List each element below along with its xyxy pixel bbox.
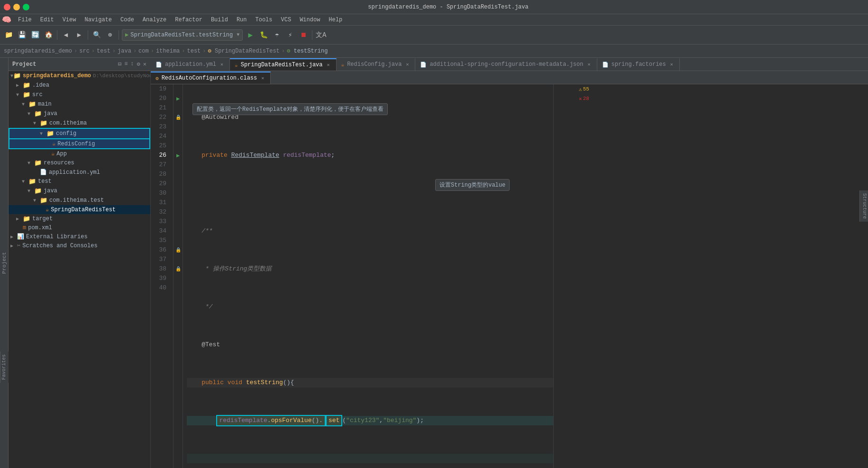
menu-navigate[interactable]: Navigate — [81, 16, 116, 24]
tree-idea[interactable]: ▶ 📁 .idea — [9, 81, 150, 90]
tree-redisconfig[interactable]: ☕ RedisConfig — [9, 139, 150, 149]
tree-pomxml[interactable]: m pom.xml — [9, 224, 150, 232]
menu-file[interactable]: File — [14, 16, 36, 24]
tree-scratches[interactable]: ▶ ✂ Scratches and Consoles — [9, 241, 150, 250]
tab-close-test[interactable]: ✕ — [326, 62, 331, 68]
tab-close-redisautoconfig[interactable]: ✕ — [260, 75, 265, 81]
run-config-name: SpringDataRedisTest.testString — [130, 32, 233, 38]
run-btn[interactable]: ▶ — [245, 29, 256, 41]
tree-root[interactable]: ▼ 📁 springdataredis_demo D:\desktop\stud… — [9, 71, 150, 81]
tree-external-libs[interactable]: ▶ 📊 External Libraries — [9, 232, 150, 241]
breadcrumb-test2[interactable]: test — [187, 48, 201, 54]
group-icon[interactable]: ≡ — [124, 61, 128, 68]
menu-code[interactable]: Code — [117, 16, 138, 24]
debug-btn[interactable]: 🐛 — [258, 29, 269, 41]
tree-app[interactable]: ☕ App — [9, 149, 150, 158]
tree-main-label: main — [38, 101, 52, 108]
breadcrumb-java[interactable]: java — [118, 48, 131, 54]
tree-main-java[interactable]: ▼ 📁 java — [9, 109, 150, 118]
tree-test[interactable]: ▼ 📁 test — [9, 177, 150, 186]
project-panel-tab[interactable]: Project — [0, 248, 8, 278]
code-lines: @Autowired private RedisTemplate redisTe… — [183, 84, 553, 468]
tree-springdataredistest[interactable]: ☕ SpringDataRedisTest — [9, 205, 150, 214]
structure-tab[interactable]: Structure — [859, 190, 868, 222]
tree-test-java[interactable]: ▼ 📁 java — [9, 186, 150, 196]
code-line-19: @Autowired — [187, 113, 553, 122]
tree-target[interactable]: ▶ 📁 target — [9, 214, 150, 224]
breadcrumb-method[interactable]: ⚙ testString — [287, 47, 328, 54]
menu-window[interactable]: Window — [296, 16, 324, 24]
profile-btn[interactable]: ⚡ — [284, 29, 296, 41]
breadcrumb-itheima[interactable]: itheima — [156, 48, 180, 54]
run-config-selector[interactable]: ▶ SpringDataRedisTest.testString ▼ — [122, 29, 243, 41]
line-num-20: 20 — [151, 94, 169, 103]
select-btn[interactable]: ⊕ — [104, 29, 116, 41]
tree-app-label: App — [56, 151, 67, 157]
menu-edit[interactable]: Edit — [37, 16, 58, 24]
menu-view[interactable]: View — [59, 16, 80, 24]
home-btn[interactable]: 🏠 — [43, 29, 54, 41]
menu-vcs[interactable]: VCS — [277, 16, 295, 24]
back-btn[interactable]: ◀ — [60, 29, 72, 41]
tree-config[interactable]: ▼ 📁 config — [9, 128, 150, 139]
tab-additional-metadata[interactable]: 📄 additional-spring-configuration-metada… — [415, 58, 597, 71]
forward-btn[interactable]: ▶ — [73, 29, 85, 41]
sep3 — [119, 30, 119, 40]
tab-redisconfig[interactable]: ☕ RedisConfig.java ✕ — [337, 58, 416, 71]
tab-spring-factories[interactable]: 📄 spring.factories ✕ — [597, 58, 680, 71]
tree-com-itheima-test[interactable]: ▼ 📁 com.itheima.test — [9, 196, 150, 205]
tree-com-itheima[interactable]: ▼ 📁 com.itheima — [9, 118, 150, 128]
menu-run[interactable]: Run — [233, 16, 251, 24]
tree-src-label: src — [32, 91, 43, 98]
file-tree-panel: Project ⊟ ≡ ↕ ⚙ ✕ ▼ 📁 springdataredis_de… — [9, 58, 151, 468]
save-btn[interactable]: 💾 — [16, 29, 27, 41]
settings-icon[interactable]: ⚙ — [137, 61, 140, 68]
window-max-btn[interactable] — [23, 4, 29, 10]
stop-btn[interactable]: ⏹ — [298, 29, 309, 41]
close-tree-icon[interactable]: ✕ — [143, 61, 146, 68]
tree-application-yml-label: application.yml — [49, 169, 100, 176]
menu-tools[interactable]: Tools — [252, 16, 276, 24]
search-everywhere-btn[interactable]: 🔍 — [91, 29, 102, 41]
tab-redisautoconfig[interactable]: ⚙ RedisAutoConfiguration.class ✕ — [151, 72, 271, 84]
tab-close-factories[interactable]: ✕ — [669, 61, 675, 68]
tree-src[interactable]: ▼ 📁 src — [9, 90, 150, 99]
line-num-34: 34 — [151, 226, 169, 236]
gutter-20[interactable]: ▶ — [174, 94, 183, 103]
window-close-btn[interactable] — [4, 4, 10, 10]
translate-btn[interactable]: 文A — [315, 29, 327, 41]
tab-application-yml[interactable]: 📄 application.yml ✕ — [151, 58, 230, 71]
tab-bar-row1: 📄 application.yml ✕ ☕ SpringDataRedisTes… — [151, 58, 868, 71]
tab-close-metadata[interactable]: ✕ — [586, 61, 592, 68]
tab-close-yml[interactable]: ✕ — [219, 61, 225, 68]
breadcrumb-class[interactable]: ⚙ SpringDataRedisTest — [208, 47, 280, 54]
menu-analyze[interactable]: Analyze — [139, 16, 170, 24]
line-num-32: 32 — [151, 207, 169, 217]
menu-help[interactable]: Help — [325, 16, 346, 24]
menu-build[interactable]: Build — [207, 16, 232, 24]
sync-btn[interactable]: 🔄 — [29, 29, 41, 41]
run-icon-20[interactable]: ▶ — [176, 95, 180, 102]
tree-main[interactable]: ▼ 📁 main — [9, 99, 150, 109]
tab-springdataredistest[interactable]: ☕ SpringDataRedisTest.java ✕ — [230, 58, 336, 71]
warning-count: 55 — [583, 86, 589, 92]
gutter-21 — [174, 103, 183, 113]
gutter-28 — [174, 170, 183, 179]
gutter-26[interactable]: ▶ — [174, 151, 183, 160]
gutter-19 — [174, 84, 183, 94]
tree-resources[interactable]: ▼ 📁 resources — [9, 158, 150, 168]
project-label: Project — [12, 61, 36, 68]
sort-icon[interactable]: ↕ — [130, 61, 134, 68]
collapse-all-icon[interactable]: ⊟ — [118, 61, 121, 68]
window-min-btn[interactable] — [13, 4, 20, 10]
tree-application-yml[interactable]: 📄 application.yml — [9, 168, 150, 177]
coverage-btn[interactable]: ☂ — [271, 29, 283, 41]
run-icon-26[interactable]: ▶ — [176, 152, 180, 159]
project-icon[interactable]: 📁 — [3, 29, 14, 41]
breadcrumb-com[interactable]: com — [138, 48, 149, 54]
tab-close-redisconfig[interactable]: ✕ — [404, 61, 410, 68]
menu-refactor[interactable]: Refactor — [171, 16, 206, 24]
breadcrumb-src[interactable]: src — [79, 48, 90, 54]
breadcrumb-test[interactable]: test — [97, 48, 110, 54]
breadcrumb-project[interactable]: springdataredis_demo — [4, 48, 72, 54]
